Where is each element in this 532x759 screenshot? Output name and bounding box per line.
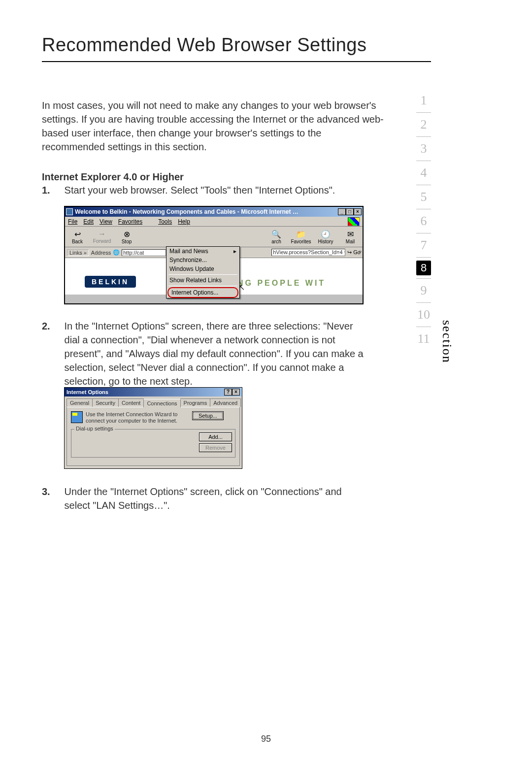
step-3-text: Under the "Internet Options" screen, cli… bbox=[65, 485, 370, 512]
menu-separator bbox=[168, 286, 237, 286]
tab-content[interactable]: Content bbox=[118, 398, 144, 407]
menu-tools[interactable]: Tools bbox=[158, 218, 172, 225]
io-wizard-row: Use the Internet Connection Wizard to co… bbox=[71, 411, 235, 424]
page-banner-text: NG PEOPLE WIT bbox=[237, 279, 326, 288]
step-2-number: 2. bbox=[42, 319, 62, 333]
tab-programs[interactable]: Programs bbox=[180, 398, 211, 407]
favorites-icon: 📁 bbox=[289, 230, 313, 239]
submenu-arrow-icon: ▸ bbox=[233, 248, 236, 255]
dropdown-arrow-icon[interactable]: ▾ bbox=[344, 249, 346, 255]
title-rule bbox=[42, 61, 431, 62]
intro-paragraph: In most cases, you will not need to make… bbox=[42, 99, 387, 154]
close-icon[interactable]: × bbox=[354, 208, 362, 215]
ie-menubar: File Edit View Favorites Tools Help bbox=[65, 217, 363, 227]
setup-button[interactable]: Setup... bbox=[192, 411, 224, 420]
section-nav-10[interactable]: 10 bbox=[414, 303, 433, 327]
help-icon[interactable]: ? bbox=[224, 389, 232, 396]
toolbar-overflow-icon[interactable]: » bbox=[359, 249, 362, 254]
windows-logo-icon bbox=[348, 217, 360, 226]
section-nav-3[interactable]: 3 bbox=[414, 137, 433, 161]
step-3-number: 3. bbox=[42, 485, 62, 498]
forward-arrow-icon: → bbox=[90, 230, 114, 238]
tools-show-related[interactable]: Show Related Links bbox=[166, 276, 239, 285]
subheading-ie: Internet Explorer 4.0 or Higher bbox=[42, 171, 184, 183]
tools-windows-update[interactable]: Windows Update bbox=[166, 264, 239, 273]
history-icon: 🕘 bbox=[313, 230, 338, 239]
stop-icon: ⊗ bbox=[114, 230, 139, 239]
address-label: Address bbox=[91, 250, 111, 256]
step-2: 2. In the "Internet Options" screen, the… bbox=[42, 319, 377, 388]
maximize-icon[interactable]: □ bbox=[346, 208, 354, 215]
tab-general[interactable]: General bbox=[66, 398, 93, 407]
forward-button[interactable]: →Forward bbox=[90, 230, 114, 244]
section-nav-9[interactable]: 9 bbox=[414, 279, 433, 302]
ie-title-text: Welcome to Belkin - Networking Component… bbox=[75, 208, 299, 215]
ie-window-screenshot: Welcome to Belkin - Networking Component… bbox=[64, 206, 364, 304]
menu-help[interactable]: Help bbox=[178, 218, 190, 225]
minimize-icon[interactable]: _ bbox=[338, 208, 346, 215]
remove-button[interactable]: Remove bbox=[199, 443, 232, 452]
tools-dropdown: Mail and News▸ Synchronize... Windows Up… bbox=[166, 246, 240, 298]
io-titlebar: Internet Options ? × bbox=[65, 388, 242, 396]
section-nav-11[interactable]: 11 bbox=[414, 327, 433, 351]
tab-advanced[interactable]: Advanced bbox=[210, 398, 241, 407]
io-panel: Use the Internet Connection Wizard to co… bbox=[66, 407, 240, 466]
address-input[interactable]: http://cat bbox=[122, 249, 166, 256]
dialup-legend: Dial-up settings bbox=[74, 426, 115, 431]
step-1-number: 1. bbox=[42, 183, 62, 197]
section-nav-8-active[interactable]: 8 bbox=[416, 261, 431, 275]
tools-internet-options[interactable]: Internet Options... bbox=[167, 287, 238, 298]
add-button[interactable]: Add... bbox=[199, 432, 232, 441]
mail-button[interactable]: ✉Mail bbox=[338, 230, 363, 244]
section-nav-1[interactable]: 1 bbox=[414, 89, 433, 112]
section-nav-6[interactable]: 6 bbox=[414, 209, 433, 233]
address-input-right[interactable]: hView.process?Section_Id=4 ▾ bbox=[271, 249, 345, 256]
tab-connections[interactable]: Connections bbox=[143, 399, 180, 407]
back-button[interactable]: ↩Back bbox=[65, 230, 90, 244]
internet-options-dialog: Internet Options ? × General Security Co… bbox=[64, 387, 242, 469]
links-button[interactable]: Links » bbox=[67, 249, 89, 256]
ie-titlebar: Welcome to Belkin - Networking Component… bbox=[65, 207, 363, 217]
io-title-text: Internet Options bbox=[66, 389, 108, 395]
history-button[interactable]: 🕘History bbox=[313, 230, 338, 244]
tab-security[interactable]: Security bbox=[92, 398, 119, 407]
section-nav-4[interactable]: 4 bbox=[414, 161, 433, 185]
io-wizard-text: Use the Internet Connection Wizard to co… bbox=[86, 411, 189, 424]
stop-button[interactable]: ⊗Stop bbox=[114, 230, 139, 244]
search-button[interactable]: 🔍arch bbox=[264, 230, 289, 244]
menu-separator bbox=[168, 274, 237, 275]
section-nav-5[interactable]: 5 bbox=[414, 185, 433, 209]
favorites-button[interactable]: 📁Favorites bbox=[289, 230, 313, 244]
search-icon: 🔍 bbox=[264, 230, 289, 239]
tools-mail-news[interactable]: Mail and News▸ bbox=[166, 247, 239, 256]
cursor-icon: ↖ bbox=[238, 283, 245, 292]
menu-favorites[interactable]: Favorites bbox=[118, 218, 142, 225]
belkin-logo: BELKIN bbox=[85, 276, 136, 288]
section-nav-7[interactable]: 7 bbox=[414, 233, 433, 257]
step-3: 3. Under the "Internet Options" screen, … bbox=[42, 485, 377, 512]
page-title: Recommended Web Browser Settings bbox=[42, 34, 366, 56]
section-nav-2[interactable]: 2 bbox=[414, 113, 433, 136]
dialup-settings-group: Dial-up settings Add... Remove bbox=[71, 429, 235, 458]
section-label: section bbox=[439, 320, 454, 363]
step-1: 1. Start your web browser. Select "Tools… bbox=[42, 183, 377, 197]
step-1-text: Start your web browser. Select "Tools" t… bbox=[65, 183, 370, 197]
menu-edit[interactable]: Edit bbox=[83, 218, 94, 225]
step-2-text: In the "Internet Options" screen, there … bbox=[65, 319, 370, 388]
mail-icon: ✉ bbox=[338, 230, 363, 239]
ie-toolbar: ↩Back →Forward ⊗Stop 🔍arch 📁Favorites 🕘H… bbox=[65, 227, 363, 247]
ie-app-icon bbox=[66, 208, 73, 215]
menu-view[interactable]: View bbox=[100, 218, 112, 225]
section-nav: 1 2 3 4 5 6 7 8 9 10 11 bbox=[414, 89, 433, 351]
menu-file[interactable]: File bbox=[68, 218, 77, 225]
tools-synchronize[interactable]: Synchronize... bbox=[166, 256, 239, 264]
nav-divider bbox=[416, 257, 431, 258]
io-tabs: General Security Content Connections Pro… bbox=[65, 398, 242, 407]
connection-wizard-icon bbox=[71, 411, 83, 423]
back-arrow-icon: ↩ bbox=[65, 230, 90, 239]
ie-page-icon: 🌐 bbox=[113, 249, 120, 256]
close-icon[interactable]: × bbox=[232, 389, 240, 396]
page-number: 95 bbox=[261, 734, 271, 744]
